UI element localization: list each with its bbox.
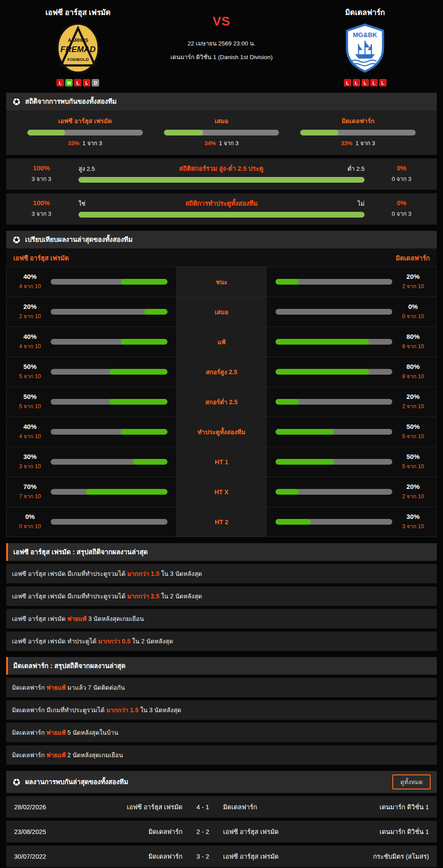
h2h-pct: 33%	[68, 140, 79, 147]
home-summary-rows: เอฟซี อาร์ฮุส เฟรมัด มีเกมที่ทำประตูรวมไ…	[6, 564, 437, 651]
summary-text: ใน 2 นัดหลังสุด	[130, 638, 173, 645]
comparison-away-count: 0 จาก 10	[398, 312, 428, 321]
vs-label: VS	[150, 14, 294, 29]
match-info: VS 22 เมษายน 2569 23:00 น. เดนมาร์ก ดิวิ…	[150, 6, 294, 86]
form-badge: L	[370, 79, 378, 86]
stat-row: 100% 3 จาก 3 สูง 2.5 สถิติสกอร์รวม สูง-ต…	[6, 158, 437, 190]
match-league: เดนมาร์ก ดิวิชั่น 1 (Danish 1st Division…	[150, 52, 294, 62]
away-summary-title: มิดเดลฟาร์ก : สรุปสถิติจากผลงานล่าสุด	[13, 661, 126, 671]
comparison-away-count: 8 จาก 10	[398, 372, 428, 381]
h2h-bar	[27, 130, 143, 135]
comparison-home-count: 4 จาก 10	[15, 282, 45, 291]
summary-highlight: มากกว่า 0.5	[98, 638, 130, 645]
h2h-results-header: ผลงานการพบกันล่าสุดของทั้งสองทีม ดูทั้งห…	[6, 771, 437, 793]
comparison-away-pct: 30%	[398, 513, 428, 520]
h2h-column: เอฟซี อาร์ฮุส เฟรมัด 33%1 จาก 3	[27, 116, 143, 148]
summary-text: ใน 3 นัดหลังสุด	[138, 706, 181, 714]
comparison-row: 40% 4 จาก 10 ชนะ 20% 2 จาก 10	[6, 267, 437, 297]
form-badge: L	[361, 79, 369, 86]
stat-left-pct: 100%	[17, 199, 66, 207]
summary-text: มิดเดลฟาร์ก	[12, 684, 46, 691]
stat-left-label: ใช่	[78, 199, 86, 208]
stat-left-pct: 100%	[17, 164, 66, 172]
comparison-away-bar	[275, 459, 392, 465]
comparison-away-pct: 80%	[398, 363, 428, 370]
comparison-row-label: แพ้	[176, 327, 267, 357]
h2h-column: มิดเดลฟาร์ก 33%1 จาก 3	[300, 116, 416, 148]
comparison-row-label: สกอร์ต่ำ 2.5	[176, 387, 267, 417]
home-form-badges: LWLLD	[6, 79, 150, 86]
match-league: กระชับมิตร (สโมสร)	[325, 851, 429, 861]
form-badge: L	[83, 79, 90, 86]
comparison-row: 50% 5 จาก 10 สกอร์ต่ำ 2.5 20% 2 จาก 10	[6, 387, 437, 417]
h2h-count: 1 จาก 3	[82, 140, 102, 147]
summary-highlight: พ่ายแพ้	[46, 729, 66, 736]
form-badge: D	[92, 79, 99, 86]
form-badge: L	[344, 79, 351, 86]
summary-highlight: มากกว่า 1.5	[106, 706, 138, 714]
comparison-away-count: 5 จาก 10	[398, 432, 428, 441]
comparison-home-pct: 40%	[15, 273, 45, 280]
h2h-stats-header: สถิติจากการพบกันของทั้งสองทีม	[6, 93, 437, 110]
match-datetime: 22 เมษายน 2569 23:00 น.	[150, 38, 294, 48]
h2h-result-row[interactable]: 23/08/2025 มิดเดลฟาร์ก 2 - 2 เอฟซี อาร์ฮ…	[6, 821, 437, 842]
comparison-home-bar	[51, 279, 168, 285]
home-team: เอฟซี อาร์ฮุส เฟรมัด	[80, 802, 182, 812]
comparison-row-label: เสมอ	[176, 297, 267, 327]
away-team-logo: MG&BK	[293, 23, 437, 74]
comparison-row: 20% 2 จาก 10 เสมอ 0% 0 จาก 10	[6, 297, 437, 327]
h2h-pct: 33%	[341, 140, 352, 147]
h2h-stat-rows: 100% 3 จาก 3 สูง 2.5 สถิติสกอร์รวม สูง-ต…	[6, 158, 437, 225]
comparison-row-label: ทำประตูทั้งสองทีม	[176, 417, 267, 447]
comparison-away-label: มิดเดลฟาร์ก	[396, 253, 430, 263]
comparison-home-label: เอฟซี อาร์ฮุส เฟรมัด	[13, 253, 69, 263]
stat-left-label: สูง 2.5	[78, 164, 95, 173]
summary-text: ใน 2 นัดหลังสุด	[160, 593, 202, 600]
summary-highlight: พ่ายแพ้	[46, 684, 66, 691]
summary-row: มิดเดลฟาร์ก พ่ายแพ้ 2 นัดหลังสุดเกมเยือน	[6, 745, 437, 765]
comparison-rows: 40% 4 จาก 10 ชนะ 20% 2 จาก 10	[6, 267, 437, 537]
soccer-ball-icon	[12, 236, 21, 244]
h2h-bar	[300, 130, 416, 135]
home-team-block: เอฟซี อาร์ฮุส เฟรมัด AARHUS FREMAD FODBO…	[6, 6, 150, 86]
h2h-view-all-button[interactable]: ดูทั้งหมด	[392, 774, 431, 789]
comparison-row: 70% 7 จาก 10 HT X 20% 2 จาก 10	[6, 477, 437, 507]
home-summary-section: เอฟซี อาร์ฮุส เฟรมัด : สรุปสถิติจากผลงาน…	[6, 543, 437, 651]
match-date: 30/07/2022	[14, 853, 80, 860]
aarhus-fremad-crest-icon: AARHUS FREMAD FODBOLD	[56, 23, 100, 74]
comparison-row-label: HT 2	[176, 507, 267, 537]
stat-right-count: 0 จาก 3	[377, 174, 426, 184]
stat-bar	[78, 177, 365, 183]
form-badge: L	[74, 79, 82, 86]
home-team: มิดเดลฟาร์ก	[80, 827, 182, 837]
comparison-home-count: 7 จาก 10	[15, 492, 45, 501]
match-league: เดนมาร์ก ดิวิชั่น 1	[325, 802, 429, 812]
summary-row: มิดเดลฟาร์ก พ่ายแพ้ 5 นัดหลังสุดในบ้าน	[6, 723, 437, 742]
comparison-home-pct: 50%	[15, 393, 45, 400]
comparison-away-pct: 50%	[398, 453, 428, 460]
comparison-away-count: 2 จาก 10	[398, 402, 428, 411]
form-badge: W	[65, 79, 73, 86]
comparison-away-pct: 50%	[398, 423, 428, 430]
h2h-result-row[interactable]: 30/07/2022 มิดเดลฟาร์ก 3 - 2 เอฟซี อาร์ฮ…	[6, 845, 437, 867]
match-league: เดนมาร์ก ดิวิชั่น 1	[325, 827, 429, 837]
summary-row: เอฟซี อาร์ฮุส เฟรมัด พ่ายแพ้ 3 นัดหลังสุ…	[6, 609, 437, 628]
away-team: เอฟซี อาร์ฮุส เฟรมัด	[223, 827, 325, 837]
match-header: เอฟซี อาร์ฮุส เฟรมัด AARHUS FREMAD FODBO…	[6, 0, 437, 86]
comparison-row-label: HT X	[176, 477, 267, 507]
h2h-result-row[interactable]: 28/02/2026 เอฟซี อาร์ฮุส เฟรมัด 4 - 1 มิ…	[6, 796, 437, 818]
summary-text: เอฟซี อาร์ฮุส เฟรมัด มีเกมที่ทำประตูรวมไ…	[12, 593, 127, 600]
stat-title: สถิติสกอร์รวม สูง-ต่ำ 2.5 ประตู	[179, 163, 263, 173]
comparison-away-pct: 20%	[398, 393, 428, 400]
comparison-home-pct: 40%	[15, 333, 45, 340]
away-summary-rows: มิดเดลฟาร์ก พ่ายแพ้ มาแล้ว 7 นัดติดต่อกั…	[6, 678, 437, 765]
comparison-home-bar	[51, 369, 168, 375]
home-summary-header: เอฟซี อาร์ฮุส เฟรมัด : สรุปสถิติจากผลงาน…	[6, 543, 437, 561]
h2h-pct: 34%	[205, 140, 216, 147]
comparison-away-count: 2 จาก 10	[398, 282, 428, 291]
comparison-home-bar	[51, 339, 168, 345]
svg-text:AARHUS: AARHUS	[68, 38, 88, 43]
comparison-away-count: 2 จาก 10	[398, 492, 428, 501]
summary-text: มิดเดลฟาร์ก	[12, 752, 46, 759]
comparison-home-count: 5 จาก 10	[15, 402, 45, 411]
